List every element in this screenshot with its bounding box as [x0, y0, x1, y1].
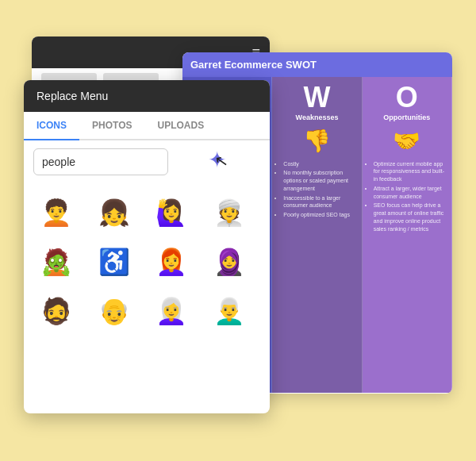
tabs-row: ICONS PHOTOS UPLOADS: [24, 112, 270, 140]
scene: ≡ Garret Ecommerce SWOT S Strengths 👍 Sa…: [24, 36, 452, 425]
replace-menu-header: Replace Menu: [24, 80, 270, 112]
list-item[interactable]: 👳: [206, 190, 252, 236]
list-item[interactable]: 👧: [91, 190, 137, 236]
list-item[interactable]: 🧕: [206, 239, 252, 285]
swot-weaknesses-label: Weaknesses: [296, 113, 339, 121]
list-item[interactable]: 🧟: [33, 239, 79, 285]
tab-icons[interactable]: ICONS: [24, 112, 79, 140]
cursor-icon: ↖: [213, 150, 230, 171]
swot-weaknesses-col: W Weaknesses 👎 Costly No monthly subscri…: [272, 77, 362, 393]
replace-menu: Replace Menu ICONS PHOTOS UPLOADS ✦ ↖ 🧑‍…: [24, 80, 270, 413]
search-row: ✦ ↖: [24, 140, 270, 183]
tab-uploads[interactable]: UPLOADS: [144, 112, 217, 140]
search-input[interactable]: [33, 148, 168, 175]
swot-opportunities-label: Opportunities: [383, 113, 430, 121]
thumbs-down-icon: 👎: [303, 128, 331, 154]
tab-photos[interactable]: PHOTOS: [79, 112, 144, 140]
list-item[interactable]: 👨‍🦳: [206, 288, 252, 334]
icon-grid: 🧑‍🦱 👧 🙋‍♀️ 👳 🧟 ♿ 👩‍🦰 🧕 🧔 👴 👩‍🦳 👨‍🦳: [24, 183, 270, 340]
list-item[interactable]: 🙋‍♀️: [148, 190, 194, 236]
list-item[interactable]: 🧔: [33, 288, 79, 334]
opportunities-bullets: Optimize current mobile app for responsi…: [366, 160, 448, 235]
swot-w-letter: W: [304, 83, 331, 112]
weaknesses-bullets: Costly No monthly subscription options o…: [275, 160, 358, 221]
swot-opportunities-col: O Opportunities 🤝 Optimize current mobil…: [363, 77, 452, 393]
list-item[interactable]: 🧑‍🦱: [33, 190, 79, 236]
swot-header: Garret Ecommerce SWOT: [182, 52, 452, 77]
list-item[interactable]: ♿: [91, 239, 137, 285]
handshake-icon: 🤝: [393, 128, 420, 154]
list-item[interactable]: 👴: [91, 288, 137, 334]
list-item[interactable]: 👩‍🦳: [148, 288, 194, 334]
list-item[interactable]: 👩‍🦰: [148, 239, 194, 285]
swot-o-letter: O: [396, 83, 418, 112]
